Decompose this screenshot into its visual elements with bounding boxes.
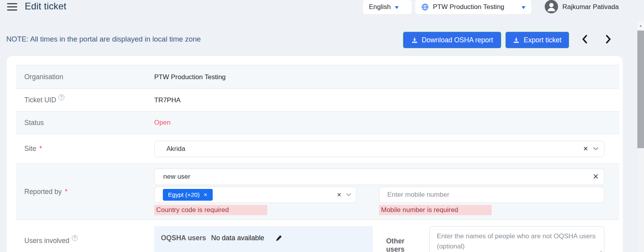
users-involved-row: Users involved ? OQSHA users No data ava… [16, 219, 619, 252]
resize-handle-icon[interactable] [598, 249, 602, 252]
export-ticket-label: Export ticket [524, 36, 561, 44]
globe-icon [421, 3, 429, 11]
country-code-tag: Egypt (+20) ✕ [163, 189, 213, 201]
scrollbar-up-arrow-icon[interactable]: ▲ [637, 22, 644, 29]
organisation-label: Organisation [24, 73, 63, 81]
reported-by-row: Reported by* ✕ Egypt (+20) ✕ [16, 163, 619, 219]
edit-pencil-icon[interactable] [275, 235, 282, 241]
users-involved-label: Users involved [24, 237, 69, 245]
clear-icon[interactable]: ✕ [593, 172, 599, 181]
language-selector-value: English [369, 3, 391, 11]
chevron-down-icon [395, 6, 399, 9]
country-code-select[interactable]: Egypt (+20) ✕ ✕ [154, 187, 356, 203]
status-row: Status Open [16, 111, 619, 134]
scrollbar-thumb[interactable] [637, 31, 644, 148]
avatar[interactable] [545, 0, 558, 13]
mobile-number-input[interactable] [379, 187, 604, 203]
download-osha-report-button[interactable]: Download OSHA report [403, 32, 501, 48]
clear-icon[interactable]: ✕ [335, 192, 343, 198]
reported-by-label: Reported by [24, 188, 62, 196]
remove-tag-icon[interactable]: ✕ [204, 192, 208, 198]
organisation-selector[interactable]: PTW Production Testing [415, 0, 531, 14]
other-users-label: Other users [386, 237, 423, 252]
site-select-value: Akrida [166, 145, 582, 153]
site-select[interactable]: Akrida ✕ [154, 141, 604, 157]
ticket-form-card: Organisation PTW Production Testing Tick… [7, 56, 623, 252]
status-badge: Open [154, 119, 619, 127]
chevron-right-icon[interactable] [603, 34, 613, 44]
chevron-left-icon[interactable] [580, 34, 590, 44]
page-title: Edit ticket [25, 1, 66, 12]
required-asterisk: * [65, 188, 68, 196]
mobile-number-error: Mobile number is required [379, 205, 492, 215]
user-name: Rajkumar Pativada [562, 0, 619, 14]
reported-by-name-input[interactable] [154, 169, 604, 185]
clear-icon[interactable]: ✕ [582, 145, 590, 152]
download-icon [411, 37, 418, 44]
oqsha-users-empty-text: No data available [211, 234, 264, 242]
oqsha-users-label: OQSHA users [161, 234, 206, 242]
download-osha-report-label: Download OSHA report [422, 36, 493, 44]
chevron-down-icon[interactable] [346, 193, 351, 196]
site-label: Site [24, 145, 36, 153]
chevron-down-icon[interactable] [593, 147, 598, 150]
ticket-uid-row: Ticket UID ? TR7PHA [16, 89, 619, 111]
site-row: Site* Akrida ✕ [16, 134, 619, 163]
vertical-scrollbar[interactable]: ▲ [637, 22, 644, 252]
country-code-tag-label: Egypt (+20) [168, 191, 200, 198]
organisation-selector-value: PTW Production Testing [433, 3, 518, 11]
help-icon[interactable]: ? [58, 94, 64, 100]
download-icon [513, 37, 520, 44]
edit-ticket-page: Edit ticket English PTW Production Testi… [0, 0, 644, 252]
timezone-note: NOTE: All times in the portal are displa… [6, 35, 201, 44]
required-asterisk: * [39, 145, 42, 153]
other-users-textarea[interactable] [429, 226, 604, 252]
status-label: Status [24, 119, 44, 127]
language-selector[interactable]: English [363, 0, 412, 14]
hamburger-menu-icon[interactable] [7, 3, 17, 11]
ticket-uid-label: Ticket UID [24, 96, 56, 104]
organisation-row: Organisation PTW Production Testing [16, 65, 619, 89]
chevron-down-icon [522, 6, 525, 9]
export-ticket-button[interactable]: Export ticket [505, 32, 569, 48]
help-icon[interactable]: ? [72, 235, 78, 241]
ticket-uid-value: TR7PHA [154, 96, 619, 104]
country-code-error: Country code is required [154, 205, 267, 215]
oqsha-users-panel: OQSHA users No data available [154, 226, 373, 252]
organisation-value: PTW Production Testing [154, 73, 619, 81]
